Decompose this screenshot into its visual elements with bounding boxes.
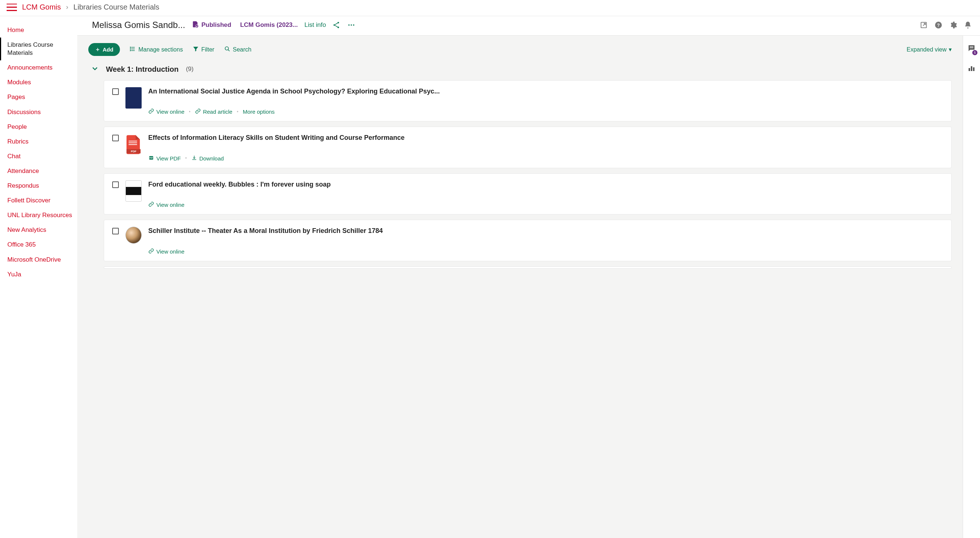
sidenav-item-home[interactable]: Home bbox=[0, 23, 77, 38]
more-options-icon[interactable] bbox=[347, 21, 355, 29]
item-actions-row: View online•Read article•More options bbox=[148, 108, 943, 115]
top-breadcrumb-bar: LCM Gomis › Libraries Course Materials bbox=[0, 0, 980, 16]
list-item[interactable]: PDFEffects of Information Literacy Skill… bbox=[104, 127, 952, 168]
published-status[interactable]: Published bbox=[192, 21, 231, 30]
item-checkbox[interactable] bbox=[112, 181, 119, 188]
list-item[interactable]: Ford educational weekly. Bubbles : I'm f… bbox=[104, 173, 952, 215]
comments-badge: 5 bbox=[972, 50, 977, 55]
sidenav-item-yuja[interactable]: YuJa bbox=[0, 267, 77, 282]
item-actions-row: View online bbox=[148, 201, 943, 208]
svg-point-1 bbox=[334, 24, 335, 26]
course-chip[interactable]: LCM Gomis (2023... bbox=[238, 21, 298, 29]
sidenav-item-people[interactable]: People bbox=[0, 119, 77, 134]
breadcrumb-root[interactable]: LCM Gomis bbox=[22, 3, 61, 11]
svg-point-8 bbox=[353, 24, 355, 26]
sidenav-item-unl-library-resources[interactable]: UNL Library Resources bbox=[0, 208, 77, 223]
add-button[interactable]: ＋ Add bbox=[88, 43, 120, 56]
svg-rect-29 bbox=[969, 68, 970, 71]
settings-gear-icon[interactable] bbox=[949, 21, 957, 29]
item-title: Ford educational weekly. Bubbles : I'm f… bbox=[148, 180, 943, 189]
list-item-peek bbox=[104, 266, 952, 269]
download-icon bbox=[191, 155, 197, 162]
published-label: Published bbox=[201, 21, 231, 29]
list-info-link[interactable]: List info bbox=[305, 21, 326, 29]
item-checkbox[interactable] bbox=[112, 228, 119, 234]
link-icon bbox=[148, 108, 154, 115]
svg-text:PDF: PDF bbox=[150, 157, 153, 159]
sidenav-item-chat[interactable]: Chat bbox=[0, 149, 77, 164]
item-title: An International Social Justice Agenda i… bbox=[148, 87, 943, 96]
sidenav-item-microsoft-onedrive[interactable]: Microsoft OneDrive bbox=[0, 252, 77, 267]
sidenav-item-modules[interactable]: Modules bbox=[0, 75, 77, 90]
section-header: Week 1: Introduction (9) bbox=[91, 65, 952, 73]
sidenav-item-office-365[interactable]: Office 365 bbox=[0, 237, 77, 252]
svg-line-13 bbox=[228, 49, 229, 51]
item-action-more options[interactable]: More options bbox=[243, 108, 275, 115]
item-action-label: View online bbox=[156, 202, 184, 208]
svg-line-5 bbox=[335, 25, 338, 27]
item-action-download[interactable]: Download bbox=[191, 155, 224, 162]
sidenav-item-rubrics[interactable]: Rubrics bbox=[0, 134, 77, 149]
sidenav-item-new-analytics[interactable]: New Analytics bbox=[0, 223, 77, 237]
course-sidenav: Home Libraries Course Materials Announce… bbox=[0, 16, 77, 538]
svg-rect-21 bbox=[129, 143, 137, 143]
svg-rect-31 bbox=[973, 67, 974, 71]
item-action-read article[interactable]: Read article bbox=[195, 108, 232, 115]
svg-point-3 bbox=[338, 27, 339, 28]
plus-icon: ＋ bbox=[95, 46, 100, 53]
filter-link[interactable]: Filter bbox=[192, 46, 215, 54]
item-actions-row: View online bbox=[148, 248, 943, 255]
item-actions-row: PDFView PDF•Download bbox=[148, 155, 943, 162]
manage-sections-label: Manage sections bbox=[138, 46, 183, 53]
add-button-label: Add bbox=[103, 46, 113, 53]
sidenav-item-discussions[interactable]: Discussions bbox=[0, 105, 77, 119]
item-checkbox[interactable] bbox=[112, 88, 119, 95]
search-link[interactable]: Search bbox=[224, 46, 251, 54]
item-action-label: Download bbox=[199, 155, 224, 162]
sidenav-item-pages[interactable]: Pages bbox=[0, 90, 77, 105]
item-action-view pdf[interactable]: PDFView PDF bbox=[148, 155, 181, 162]
help-icon[interactable]: ? bbox=[934, 21, 942, 29]
sidenav-item-libraries-course-materials[interactable]: Libraries Course Materials bbox=[0, 38, 77, 60]
filter-funnel-icon bbox=[192, 46, 199, 54]
section-collapse-icon[interactable] bbox=[91, 65, 99, 73]
separator-dot: • bbox=[237, 109, 239, 115]
item-checkbox[interactable] bbox=[112, 135, 119, 141]
item-action-view online[interactable]: View online bbox=[148, 108, 184, 115]
section-title: Week 1: Introduction bbox=[106, 65, 178, 73]
view-toggle-label: Expanded view bbox=[907, 46, 947, 53]
item-action-label: More options bbox=[243, 108, 275, 115]
svg-text:PDF: PDF bbox=[130, 150, 137, 153]
item-action-label: View online bbox=[156, 108, 184, 115]
share-icon[interactable] bbox=[332, 21, 340, 29]
portrait-thumb bbox=[126, 227, 142, 244]
course-label: LCM Gomis (2023... bbox=[240, 21, 298, 29]
list-item[interactable]: An International Social Justice Agenda i… bbox=[104, 80, 952, 121]
analytics-rail-icon[interactable] bbox=[967, 64, 976, 74]
item-action-view online[interactable]: View online bbox=[148, 248, 184, 255]
sidenav-item-attendance[interactable]: Attendance bbox=[0, 164, 77, 178]
list-tree-icon bbox=[129, 46, 136, 54]
separator-dot: • bbox=[189, 109, 190, 115]
link-icon bbox=[195, 108, 201, 115]
sidenav-item-respondus[interactable]: Respondus bbox=[0, 178, 77, 193]
item-action-view online[interactable]: View online bbox=[148, 201, 184, 208]
open-external-icon[interactable] bbox=[920, 21, 928, 29]
sidenav-item-follett-discover[interactable]: Follett Discover bbox=[0, 193, 77, 208]
list-item[interactable]: Schiller Institute -- Theater As a Moral… bbox=[104, 220, 952, 261]
hamburger-menu-icon[interactable] bbox=[6, 4, 17, 11]
manage-sections-link[interactable]: Manage sections bbox=[129, 46, 183, 54]
view-toggle[interactable]: Expanded view ▾ bbox=[904, 46, 952, 53]
link-icon bbox=[148, 248, 154, 255]
item-title: Schiller Institute -- Theater As a Moral… bbox=[148, 227, 943, 235]
svg-point-6 bbox=[348, 24, 350, 26]
list-header-bar: Melissa Gomis Sandb... Published LCM Gom… bbox=[77, 16, 980, 36]
svg-line-4 bbox=[335, 23, 338, 25]
notifications-bell-icon[interactable] bbox=[964, 21, 972, 29]
svg-point-2 bbox=[338, 22, 339, 23]
comments-rail-icon[interactable]: 5 bbox=[967, 44, 976, 54]
sidenav-item-announcements[interactable]: Announcements bbox=[0, 60, 77, 75]
svg-text:?: ? bbox=[937, 23, 940, 28]
item-action-label: View PDF bbox=[156, 155, 181, 162]
svg-rect-22 bbox=[129, 144, 137, 145]
